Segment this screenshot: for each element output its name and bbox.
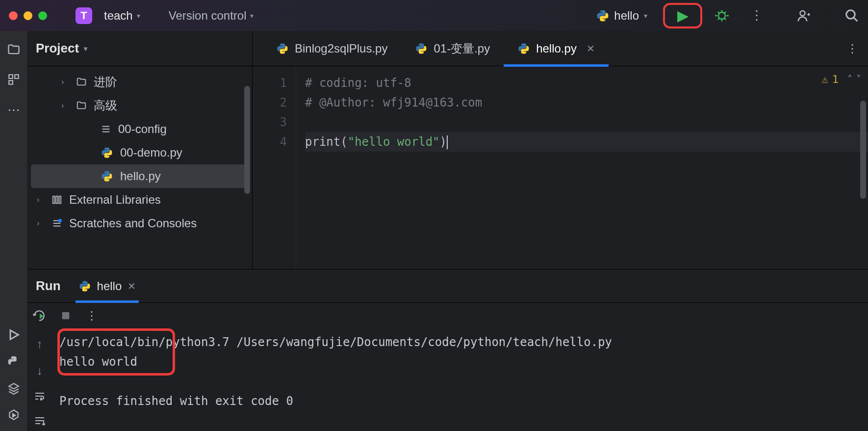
editor-tab[interactable]: hello.py✕ xyxy=(504,31,609,66)
run-header: Run hello ✕ xyxy=(27,269,868,303)
left-toolbar: ⋯ xyxy=(0,31,27,431)
svg-rect-5 xyxy=(9,81,13,84)
tree-item-label: 00-demo.py xyxy=(120,146,182,160)
svg-rect-7 xyxy=(53,196,55,204)
soft-wrap-icon[interactable] xyxy=(34,390,46,402)
run-tab[interactable]: hello ✕ xyxy=(78,269,136,303)
python-icon xyxy=(276,42,289,55)
console-line: Process finished with exit code 0 xyxy=(59,391,868,411)
minimize-window-icon[interactable] xyxy=(24,11,32,20)
library-icon xyxy=(51,194,62,205)
chevron-down-icon: ▾ xyxy=(84,45,87,53)
folder-icon[interactable] xyxy=(7,43,21,56)
project-panel-header[interactable]: Project ▾ xyxy=(27,31,252,66)
python-icon xyxy=(517,42,530,55)
next-icon[interactable]: ˅ xyxy=(856,73,861,85)
close-icon[interactable]: ✕ xyxy=(587,43,595,54)
folder-icon xyxy=(76,77,87,87)
run-toolwindow-icon[interactable] xyxy=(7,328,21,342)
project-badge[interactable]: T xyxy=(76,7,92,24)
stack-icon[interactable] xyxy=(7,382,20,395)
editor-area: Binlog2sqlPlus.py01-变量.pyhello.py✕⋮ 1234… xyxy=(253,31,868,269)
more-icon[interactable]: ⋮ xyxy=(86,309,98,323)
services-icon[interactable] xyxy=(7,408,20,421)
tree-item-label: 高级 xyxy=(94,98,117,113)
project-name-label: teach xyxy=(104,9,133,23)
editor-nav: ˄ ˅ xyxy=(847,73,861,85)
scrollbar[interactable] xyxy=(244,86,250,194)
scratch-icon xyxy=(51,218,62,229)
console-line: /usr/local/bin/python3.7 /Users/wangfuji… xyxy=(59,332,868,352)
chevron-right-icon: › xyxy=(37,219,45,228)
tree-item[interactable]: hello.py xyxy=(31,164,248,188)
run-configuration-dropdown[interactable]: hello ▾ xyxy=(596,9,647,23)
warnings-indicator[interactable]: ⚠ 1 xyxy=(822,73,839,85)
up-arrow-icon[interactable]: ↑ xyxy=(37,337,43,351)
chevron-down-icon: ▾ xyxy=(137,12,140,20)
close-icon[interactable]: ✕ xyxy=(128,280,136,292)
code-editor[interactable]: 1234 # coding: utf-8# @Author: wfj914@16… xyxy=(253,66,868,269)
search-icon[interactable] xyxy=(844,8,859,23)
tab-label: Binlog2sqlPlus.py xyxy=(295,42,387,55)
tree-item[interactable]: ›Scratches and Consoles xyxy=(27,212,252,235)
tab-label: hello.py xyxy=(536,42,577,55)
play-icon: ▶ xyxy=(677,7,689,24)
chevron-down-icon: ▾ xyxy=(644,12,647,20)
tree-item-label: External Libraries xyxy=(69,193,161,207)
tree-item[interactable]: ›External Libraries xyxy=(27,188,252,212)
editor-tab[interactable]: Binlog2sqlPlus.py xyxy=(262,31,401,66)
folder-icon xyxy=(76,100,87,111)
stop-icon[interactable] xyxy=(60,310,71,321)
project-panel: Project ▾ ›进阶›高级00-config00-demo.pyhello… xyxy=(27,31,253,269)
gutter: 1234 xyxy=(253,66,296,269)
close-window-icon[interactable] xyxy=(9,11,18,20)
svg-rect-4 xyxy=(15,75,19,79)
svg-point-2 xyxy=(846,10,855,19)
version-control-dropdown[interactable]: Version control ▾ xyxy=(169,9,254,23)
editor-tab[interactable]: 01-变量.py xyxy=(401,31,504,66)
python-icon xyxy=(101,170,113,183)
editor-tabs: Binlog2sqlPlus.py01-变量.pyhello.py✕⋮ xyxy=(253,31,868,66)
scrollbar[interactable] xyxy=(860,101,866,199)
run-tab-label: hello xyxy=(97,279,122,293)
python-icon xyxy=(78,280,91,293)
code-content[interactable]: # coding: utf-8# @Author: wfj914@163.com… xyxy=(296,66,868,269)
run-toolwindow: Run hello ✕ xyxy=(27,269,868,431)
python-console-icon[interactable] xyxy=(7,355,20,368)
tab-label: 01-变量.py xyxy=(434,41,490,56)
tree-item-label: hello.py xyxy=(120,169,161,183)
more-icon[interactable]: ⋮ xyxy=(750,8,763,23)
python-icon xyxy=(596,9,609,22)
warning-count: 1 xyxy=(832,73,839,85)
add-user-icon[interactable] xyxy=(796,8,811,23)
maximize-window-icon[interactable] xyxy=(38,11,47,20)
config-icon xyxy=(101,124,111,135)
run-button[interactable]: ▶ xyxy=(663,3,702,28)
tree-item[interactable]: ›进阶 xyxy=(27,70,252,94)
run-side-tools: ↑ ↓ xyxy=(27,328,52,431)
svg-rect-3 xyxy=(9,75,13,79)
run-toolbar: ⋮ xyxy=(27,303,868,328)
tree-item-label: Scratches and Consoles xyxy=(69,216,197,230)
project-name-dropdown[interactable]: teach ▾ xyxy=(104,9,140,23)
prev-icon[interactable]: ˄ xyxy=(847,73,852,85)
python-icon xyxy=(101,146,113,159)
project-panel-title: Project xyxy=(36,41,79,56)
warning-icon: ⚠ xyxy=(822,73,828,85)
tabs-more-icon[interactable]: ⋮ xyxy=(846,42,858,55)
tree-item-label: 进阶 xyxy=(94,74,117,90)
console-output[interactable]: /usr/local/bin/python3.7 /Users/wangfuji… xyxy=(52,328,868,431)
python-icon xyxy=(415,42,428,55)
rerun-icon[interactable] xyxy=(33,309,46,322)
debug-icon[interactable] xyxy=(715,9,729,23)
svg-point-1 xyxy=(800,11,805,16)
tree-item-label: 00-config xyxy=(118,122,167,136)
tree-item[interactable]: ›高级 xyxy=(27,94,252,117)
tree-item[interactable]: 00-demo.py xyxy=(27,141,252,164)
structure-icon[interactable] xyxy=(7,73,20,86)
tree-item[interactable]: 00-config xyxy=(27,117,252,141)
down-arrow-icon[interactable]: ↓ xyxy=(37,364,43,377)
scroll-end-icon[interactable] xyxy=(34,415,46,427)
console-line: hello world xyxy=(59,352,868,372)
more-horizontal-icon[interactable]: ⋯ xyxy=(7,103,20,118)
